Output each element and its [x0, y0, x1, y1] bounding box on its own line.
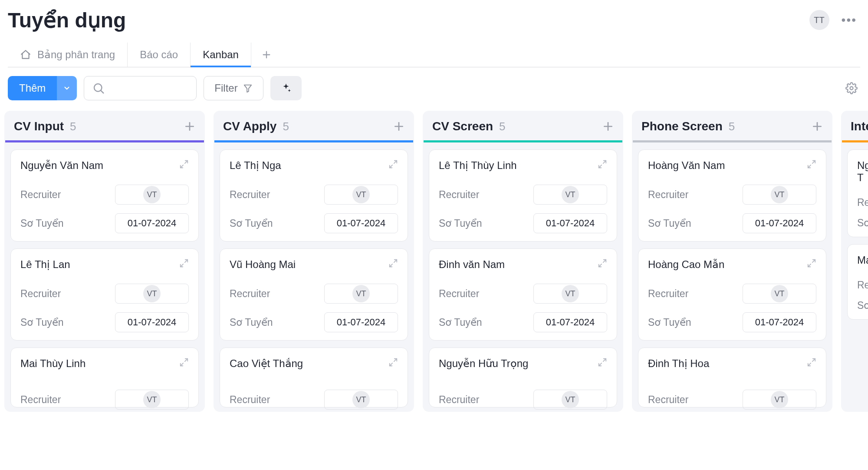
kanban-card[interactable]: Đinh văn NamRecruiterVTSơ Tuyển01-07-202… [429, 248, 617, 341]
recruiter-chip[interactable]: VT [743, 284, 816, 304]
svg-line-34 [812, 260, 815, 262]
field-label: Sơ Tuyển [230, 317, 273, 328]
column-title: CV Input [14, 119, 64, 133]
date-chip[interactable]: 01-07-2024 [743, 213, 816, 233]
filter-label: Filter [214, 82, 237, 94]
svg-line-24 [603, 161, 606, 163]
recruiter-avatar: VT [352, 285, 370, 302]
search-input[interactable] [84, 76, 197, 100]
card-list: Lê Thị Thùy LinhRecruiterVTSơ Tuyển01-07… [423, 142, 623, 407]
user-avatar[interactable]: TT [809, 10, 829, 30]
field-label: Recruiter [230, 189, 270, 201]
card-field-recruiter: RecruiterVT [230, 284, 398, 304]
card-title: Cao Việt Thắng [230, 357, 303, 370]
kanban-card[interactable]: Hoàng Cao MẫnRecruiterVTSơ Tuyển01-07-20… [638, 248, 826, 341]
kanban-card[interactable]: Cao Việt ThắngRecruiterVT [220, 348, 408, 407]
expand-button[interactable] [388, 357, 398, 367]
recruiter-chip[interactable]: VT [115, 284, 189, 304]
recruiter-avatar: VT [143, 391, 161, 408]
kanban-card[interactable]: Hoàng Văn NamRecruiterVTSơ Tuyển01-07-20… [638, 149, 826, 242]
kanban-card[interactable]: Vũ Hoàng MaiRecruiterVTSơ Tuyển01-07-202… [220, 248, 408, 341]
tab-label: Báo cáo [140, 49, 178, 61]
card-title: Mai Thùy Linh [20, 357, 85, 370]
svg-line-19 [390, 264, 392, 267]
expand-button[interactable] [598, 258, 607, 268]
column-title: Interv [851, 119, 868, 133]
recruiter-chip[interactable]: VT [533, 185, 607, 205]
date-chip[interactable]: 01-07-2024 [533, 312, 607, 332]
column-add-button[interactable] [393, 121, 404, 132]
column-add-button[interactable] [602, 121, 614, 132]
recruiter-chip[interactable]: VT [533, 390, 607, 410]
expand-button[interactable] [388, 159, 398, 169]
expand-button[interactable] [598, 159, 607, 169]
expand-button[interactable] [179, 159, 189, 169]
recruiter-chip[interactable]: VT [743, 185, 816, 205]
card-list: Hoàng Văn NamRecruiterVTSơ Tuyển01-07-20… [632, 142, 832, 407]
kanban-card[interactable]: Lê Thị Thùy LinhRecruiterVTSơ Tuyển01-07… [429, 149, 617, 242]
recruiter-chip[interactable]: VT [115, 185, 189, 205]
date-chip[interactable]: 01-07-2024 [115, 312, 189, 332]
svg-line-29 [599, 363, 602, 366]
kanban-card[interactable]: Lê Thị NgaRecruiterVTSơ Tuyển01-07-2024 [220, 149, 408, 242]
card-field-so-tuyen: Sơ Tuyển01-07-2024 [439, 312, 607, 332]
svg-line-3 [101, 91, 104, 93]
date-chip[interactable]: 01-07-2024 [743, 312, 816, 332]
add-record-button[interactable]: Thêm [8, 76, 57, 100]
svg-line-35 [808, 264, 811, 267]
tab-bang-phan-trang[interactable]: Bảng phân trang [8, 43, 128, 67]
recruiter-chip[interactable]: VT [324, 185, 398, 205]
kanban-card[interactable]: Nguyễn Hữu TrọngRecruiterVT [429, 348, 617, 407]
kanban-card[interactable]: Đinh Thị HoaRecruiterVT [638, 348, 826, 407]
card-header: Mai T [857, 254, 868, 266]
card-field-recruiter: RecruiterVT [439, 390, 607, 410]
kanban-column: CV Screen5Lê Thị Thùy LinhRecruiterVTSơ … [423, 111, 623, 412]
kanban-card[interactable]: Lê Thị LanRecruiterVTSơ Tuyển01-07-2024 [10, 248, 199, 341]
card-header: Đinh văn Nam [439, 258, 607, 271]
expand-button[interactable] [179, 357, 189, 367]
tab-kanban[interactable]: Kanban [191, 43, 251, 67]
expand-button[interactable] [388, 258, 398, 268]
expand-button[interactable] [179, 258, 189, 268]
card-title: Nguyễn Hữu Trọng [439, 357, 528, 370]
kanban-card[interactable]: Nguyễn Văn NamRecruiterVTSơ Tuyển01-07-2… [10, 149, 199, 242]
more-menu-icon[interactable]: ••• [838, 13, 860, 27]
recruiter-chip[interactable]: VT [324, 284, 398, 304]
expand-button[interactable] [807, 357, 816, 367]
date-chip[interactable]: 01-07-2024 [324, 312, 398, 332]
recruiter-chip[interactable]: VT [743, 390, 816, 410]
card-field-so-tuyen: Sơ Tuyển01-07-2024 [648, 312, 816, 332]
expand-button[interactable] [598, 357, 607, 367]
kanban-card[interactable]: Mai Thùy LinhRecruiterVT [10, 348, 199, 407]
date-chip[interactable]: 01-07-2024 [324, 213, 398, 233]
column-title: CV Screen [432, 119, 493, 133]
column-add-button[interactable] [184, 121, 195, 132]
column-add-button[interactable] [812, 121, 823, 132]
recruiter-avatar: VT [562, 186, 579, 203]
card-field-recruiter: RecruiterVT [439, 185, 607, 205]
card-field-recruiter: RecruiterVT [20, 284, 189, 304]
kanban-card[interactable]: Ngô TRecruSơ Tu [847, 149, 868, 237]
date-chip[interactable]: 01-07-2024 [115, 213, 189, 233]
expand-button[interactable] [807, 159, 816, 169]
field-label: Sơ Tu [857, 217, 868, 229]
recruiter-chip[interactable]: VT [324, 390, 398, 410]
ai-button[interactable] [270, 76, 302, 100]
settings-button[interactable] [843, 79, 860, 97]
field-label: Recruiter [20, 288, 61, 300]
card-title: Hoàng Cao Mẫn [648, 258, 724, 271]
recruiter-chip[interactable]: VT [115, 390, 189, 410]
svg-line-10 [185, 260, 187, 262]
kanban-card[interactable]: Mai TRecruSơ Tu [847, 244, 868, 320]
recruiter-chip[interactable]: VT [533, 284, 607, 304]
card-field-recruiter: RecruiterVT [230, 390, 398, 410]
filter-button[interactable]: Filter [204, 76, 263, 100]
field-label: Sơ Tuyển [648, 218, 691, 229]
add-view-button[interactable] [251, 44, 282, 66]
add-record-dropdown[interactable] [57, 76, 77, 100]
field-label: Recruiter [648, 189, 688, 201]
date-chip[interactable]: 01-07-2024 [533, 213, 607, 233]
tab-bao-cao[interactable]: Báo cáo [128, 43, 191, 67]
card-field-recruiter: RecruiterVT [20, 390, 189, 410]
expand-button[interactable] [807, 258, 816, 268]
